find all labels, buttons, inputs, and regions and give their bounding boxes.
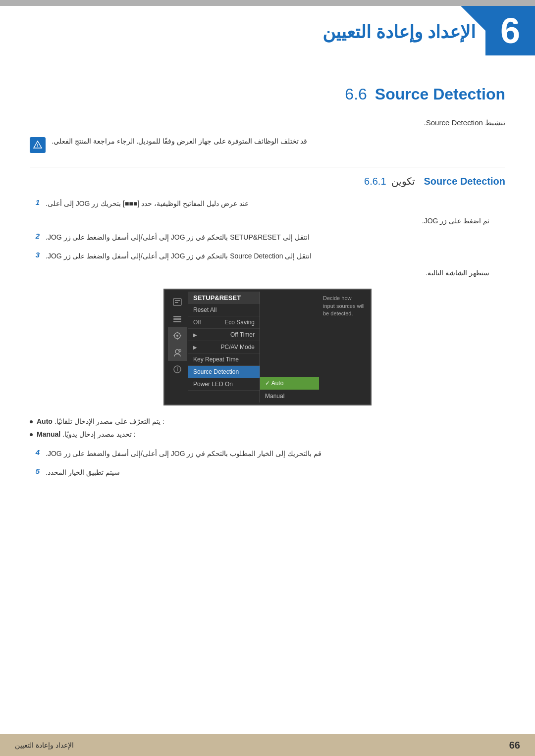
- svg-text:i: i: [177, 367, 178, 372]
- menu-icon-3: [168, 327, 187, 344]
- warning-text: قد تختلف الوظائف المتوفرة على جهاز العرض…: [52, 137, 307, 145]
- header-corner-decoration: [461, 6, 485, 31]
- menu-header: SETUP&RESET: [188, 292, 260, 304]
- step-2-number: 2: [30, 232, 40, 240]
- menu-item-source-detection-label: Source Detection: [193, 368, 239, 375]
- header-section: الإعداد وإعادة التعيين 6: [0, 6, 535, 60]
- warning-icon-svg: !: [33, 140, 43, 150]
- menu-item-off-timer: ▶ Off Timer: [188, 329, 260, 341]
- menu-item-key-repeat-label: Key Repeat Time: [193, 356, 239, 363]
- menu-icon-1: [168, 294, 187, 310]
- submenu-item-manual: Manual: [260, 390, 319, 403]
- chapter-number: 6: [500, 13, 520, 49]
- svg-text:i: i: [179, 349, 180, 352]
- menu-item-reset-all: Reset All: [188, 304, 260, 316]
- footer-text: الإعداد وإعادة التعيين: [15, 741, 74, 749]
- menu-container: i i SETUP&RESET Reset All Off Eco Saving: [166, 292, 369, 403]
- menu-item-pcav-mode-label: PC/AV Mode: [221, 344, 255, 351]
- menu-icon-4: i: [168, 344, 187, 361]
- step-4-text: قم بالتحريك إلى الخيار المطلوب بالتحكم ف…: [46, 448, 321, 460]
- menu-item-power-led-label: Power LED On: [193, 381, 233, 388]
- step-4: قم بالتحريك إلى الخيار المطلوب بالتحكم ف…: [30, 448, 505, 460]
- menu-main-col: SETUP&RESET Reset All Off Eco Saving ▶ O…: [188, 292, 260, 403]
- step-1-text: عند عرض دليل المفاتيح الوظيفية، حدد [■■■…: [46, 198, 249, 210]
- chapter-arabic-title: الإعداد وإعادة التعيين: [322, 22, 476, 43]
- bullet-auto-dot: [30, 420, 33, 423]
- page-footer: 66 الإعداد وإعادة التعيين: [0, 734, 535, 756]
- screenshot-container: i i SETUP&RESET Reset All Off Eco Saving: [163, 289, 372, 405]
- step-5: سيتم تطبيق الخيار المحدد. 5: [30, 467, 485, 479]
- activation-text: تنشيط Source Detection.: [30, 118, 505, 127]
- menu-item-eco-saving: Off Eco Saving: [188, 316, 260, 329]
- activation-label: تنشيط Source Detection.: [424, 118, 505, 127]
- section-title: Source Detection: [375, 85, 505, 103]
- svg-rect-4: [173, 316, 181, 317]
- step-3-line2: ستظهر الشاشة التالية.: [30, 269, 489, 277]
- subsection-number: 6.6.1: [364, 176, 386, 187]
- step-4-number: 4: [30, 448, 40, 456]
- subsection-label: تكوين: [391, 175, 415, 187]
- step-5-number: 5: [30, 467, 40, 475]
- menu-item-reset-all-label: Reset All: [193, 306, 216, 313]
- menu-item-power-led: Power LED On: [188, 378, 260, 391]
- chapter-number-box: 6: [485, 6, 535, 55]
- bullet-auto-label: Auto: [37, 417, 53, 425]
- submenu-item-auto: ✓ Auto: [260, 377, 319, 390]
- step-1: عند عرض دليل المفاتيح الوظيفية، حدد [■■■…: [30, 198, 505, 210]
- warning-box: قد تختلف الوظائف المتوفرة على جهاز العرض…: [30, 137, 505, 153]
- svg-rect-6: [173, 321, 181, 322]
- menu-icons-col: i i: [166, 292, 188, 403]
- submenu-item-manual-label: Manual: [265, 393, 284, 400]
- top-bar: [0, 0, 535, 6]
- bullet-manual-dot: [30, 433, 33, 436]
- svg-rect-3: [175, 302, 178, 303]
- bullet-auto-text: : يتم التعرّف على مصدر الإدخال تلقائيًا.…: [37, 417, 164, 425]
- tooltip-col: Decide how input sources will be detecte…: [319, 292, 369, 403]
- menu-icon-2: [168, 310, 187, 327]
- bullets-section: : يتم التعرّف على مصدر الإدخال تلقائيًا.…: [30, 417, 505, 438]
- svg-point-8: [176, 335, 178, 337]
- steps-container: عند عرض دليل المفاتيح الوظيفية، حدد [■■■…: [30, 198, 505, 277]
- warning-icon: !: [30, 137, 46, 153]
- divider-line: [30, 167, 505, 167]
- menu-icon-5: i: [168, 361, 187, 378]
- section-title-row: 6.6 Source Detection: [30, 85, 505, 103]
- menu-item-eco-saving-label: Eco Saving: [224, 319, 255, 326]
- menu-item-pcav-mode-arrow: ▶: [193, 345, 197, 350]
- step-5-text: سيتم تطبيق الخيار المحدد.: [46, 467, 120, 479]
- footer-page-number: 66: [509, 740, 520, 751]
- svg-rect-2: [175, 300, 180, 301]
- subsection-title: Source Detection: [424, 176, 505, 187]
- main-content: 6.6 Source Detection تنشيط Source Detect…: [0, 60, 535, 515]
- tooltip-text: Decide how input sources will be detecte…: [323, 295, 365, 316]
- menu-item-pcav-mode: ▶ PC/AV Mode: [188, 341, 260, 353]
- step-3-number: 3: [30, 251, 40, 259]
- menu-item-source-detection: Source Detection: [188, 366, 260, 378]
- submenu-col: ✓ Auto Manual: [260, 292, 319, 403]
- bullet-manual-text: : تحديد مصدر إدخال يدويًا. Manual: [37, 430, 135, 438]
- step-2-text: انتقل إلى SETUP&RESET بالتحكم في زر JOG …: [46, 232, 310, 244]
- subsection-title-row: 6.6.1 تكوين Source Detection: [30, 175, 505, 187]
- step-1-line2: ثم اضغط على زر JOG.: [30, 217, 489, 225]
- step-1-number: 1: [30, 198, 40, 206]
- menu-item-off-timer-arrow: ▶: [193, 332, 197, 338]
- section-number: 6.6: [345, 85, 367, 103]
- submenu-item-auto-label: ✓ Auto: [265, 380, 283, 387]
- bullet-auto: : يتم التعرّف على مصدر الإدخال تلقائيًا.…: [30, 417, 505, 425]
- menu-item-eco-saving-value: Off: [193, 319, 201, 326]
- bullet-manual-label: Manual: [37, 430, 60, 438]
- svg-rect-5: [173, 318, 181, 320]
- menu-item-off-timer-label: Off Timer: [230, 331, 255, 338]
- step-2: انتقل إلى SETUP&RESET بالتحكم في زر JOG …: [30, 232, 505, 244]
- step-3: انتقل إلى Source Detection بالتحكم في زر…: [30, 251, 505, 262]
- bullet-manual: : تحديد مصدر إدخال يدويًا. Manual: [30, 430, 505, 438]
- menu-item-key-repeat: Key Repeat Time: [188, 353, 260, 366]
- monitor-ui: i i SETUP&RESET Reset All Off Eco Saving: [163, 289, 372, 405]
- svg-text:!: !: [37, 143, 39, 148]
- step-3-text: انتقل إلى Source Detection بالتحكم في زر…: [46, 251, 312, 262]
